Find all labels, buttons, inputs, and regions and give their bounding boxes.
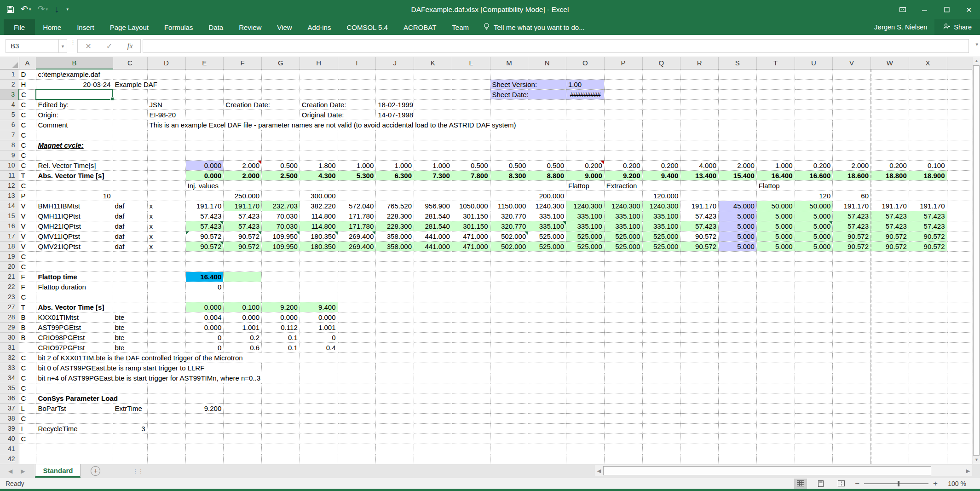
cell-K3[interactable] <box>414 89 452 99</box>
cell-H20[interactable] <box>300 261 338 271</box>
cell-T41[interactable] <box>756 444 795 454</box>
row-header-6[interactable]: 6 <box>0 120 19 130</box>
row-header-29[interactable]: 29 <box>0 322 19 332</box>
cell-S36[interactable] <box>719 393 757 403</box>
cell-W11[interactable]: 18.800 <box>871 170 909 180</box>
ribbon-tab-formulas[interactable]: Formulas <box>156 19 201 35</box>
cell-T27[interactable] <box>756 302 795 312</box>
cell-O34[interactable] <box>566 373 605 383</box>
cell-T14[interactable]: 50.000 <box>756 201 795 211</box>
cell-C8[interactable] <box>113 140 147 150</box>
ribbon-tab-team[interactable]: Team <box>444 19 477 35</box>
cell-L38[interactable] <box>452 413 490 423</box>
cell-X30[interactable] <box>909 332 947 342</box>
cell-B16[interactable]: QMH21IQPtst <box>36 221 113 231</box>
cell-X15[interactable]: 57.423 <box>909 211 947 221</box>
cell-P9[interactable] <box>604 150 642 160</box>
cell-A11[interactable]: T <box>19 170 36 180</box>
cell-P27[interactable] <box>604 302 642 312</box>
cell-W34[interactable] <box>871 373 909 383</box>
cell-P36[interactable] <box>604 393 642 403</box>
cell-R4[interactable] <box>680 99 719 110</box>
cell-Q8[interactable] <box>642 140 680 150</box>
cell-N33[interactable] <box>528 363 566 373</box>
cell-O5[interactable] <box>566 110 605 120</box>
cell-H33[interactable] <box>300 363 338 373</box>
cell-O19[interactable] <box>566 251 605 261</box>
column-header-t[interactable]: T <box>756 57 795 69</box>
cell-L7[interactable] <box>452 130 490 140</box>
cell-A16[interactable]: V <box>19 221 36 231</box>
zoom-level-label[interactable]: 100 % <box>945 480 966 487</box>
cell-N32[interactable] <box>528 352 566 363</box>
name-box-dropdown-icon[interactable]: ▼ <box>59 39 67 53</box>
cell-S31[interactable] <box>719 342 757 352</box>
cell-M12[interactable] <box>490 180 528 191</box>
cell-F42[interactable] <box>224 454 262 464</box>
cell-R14[interactable]: 191.170 <box>680 201 719 211</box>
cell-C38[interactable] <box>113 413 147 423</box>
cell-I18[interactable]: 269.400 <box>338 241 376 251</box>
cell-O3[interactable]: ######### <box>566 89 605 99</box>
cell-Q27[interactable] <box>642 302 680 312</box>
cell-E31[interactable]: 0 <box>185 342 224 352</box>
cell-H21[interactable] <box>300 271 338 282</box>
cell-A3[interactable]: C <box>19 89 36 99</box>
cell-S18[interactable]: 5.000 <box>719 241 757 251</box>
cell-H15[interactable]: 114.800 <box>300 211 338 221</box>
row-header-28[interactable]: 28 <box>0 312 19 322</box>
cell-A27[interactable]: T <box>19 302 36 312</box>
cell-K20[interactable] <box>414 261 452 271</box>
cell-W17[interactable]: 90.572 <box>871 231 909 241</box>
cell-P35[interactable] <box>604 383 642 393</box>
cell-N41[interactable] <box>528 444 566 454</box>
cell-S22[interactable] <box>719 282 757 292</box>
cell-N5[interactable] <box>528 110 566 120</box>
cell-I15[interactable]: 171.780 <box>338 211 376 221</box>
cell-W12[interactable] <box>871 180 909 191</box>
cell-L10[interactable]: 0.500 <box>452 160 490 170</box>
cell-Q29[interactable] <box>642 322 680 332</box>
cell-J7[interactable] <box>376 130 414 140</box>
cell-M36[interactable] <box>490 393 528 403</box>
cell-E30[interactable]: 0 <box>185 332 224 342</box>
cell-G41[interactable] <box>262 444 300 454</box>
cell-N10[interactable]: 0.500 <box>528 160 566 170</box>
cell-S37[interactable] <box>719 403 757 413</box>
cell-K9[interactable] <box>414 150 452 160</box>
cell-X6[interactable] <box>909 120 947 130</box>
cell-R27[interactable] <box>680 302 719 312</box>
cell-U39[interactable] <box>795 423 833 433</box>
cell-C40[interactable] <box>113 433 147 444</box>
cell-K42[interactable] <box>414 454 452 464</box>
cell-P20[interactable] <box>604 261 642 271</box>
column-header-u[interactable]: U <box>795 57 833 69</box>
cell-F31[interactable]: 0.6 <box>224 342 262 352</box>
column-header-d[interactable]: D <box>147 57 185 69</box>
cell-K27[interactable] <box>414 302 452 312</box>
cell-P16[interactable]: 335.100 <box>604 221 642 231</box>
row-header-17[interactable]: 17 <box>0 231 19 241</box>
cell-D20[interactable] <box>147 261 185 271</box>
cell-V31[interactable] <box>833 342 871 352</box>
cell-U31[interactable] <box>795 342 833 352</box>
cell-Q16[interactable]: 335.100 <box>642 221 680 231</box>
cell-Q35[interactable] <box>642 383 680 393</box>
cell-X11[interactable]: 18.900 <box>909 170 947 180</box>
cell-H18[interactable]: 180.350 <box>300 241 338 251</box>
cell-T6[interactable] <box>756 120 795 130</box>
cell-V41[interactable] <box>833 444 871 454</box>
cell-R31[interactable] <box>680 342 719 352</box>
row-header-11[interactable]: 11 <box>0 170 19 180</box>
row-header-38[interactable]: 38 <box>0 413 19 423</box>
cell-I37[interactable] <box>338 403 376 413</box>
cell-B1[interactable]: c:\temp\example.daf <box>36 69 113 79</box>
cell-D13[interactable] <box>147 191 185 201</box>
cell-H36[interactable] <box>300 393 338 403</box>
cell-B18[interactable]: QMV21IQPtst <box>36 241 113 251</box>
cell-N16[interactable]: 335.100 <box>528 221 566 231</box>
cell-O4[interactable] <box>566 99 605 110</box>
ribbon-tab-review[interactable]: Review <box>231 19 269 35</box>
cell-P6[interactable] <box>604 120 642 130</box>
cell-O29[interactable] <box>566 322 605 332</box>
